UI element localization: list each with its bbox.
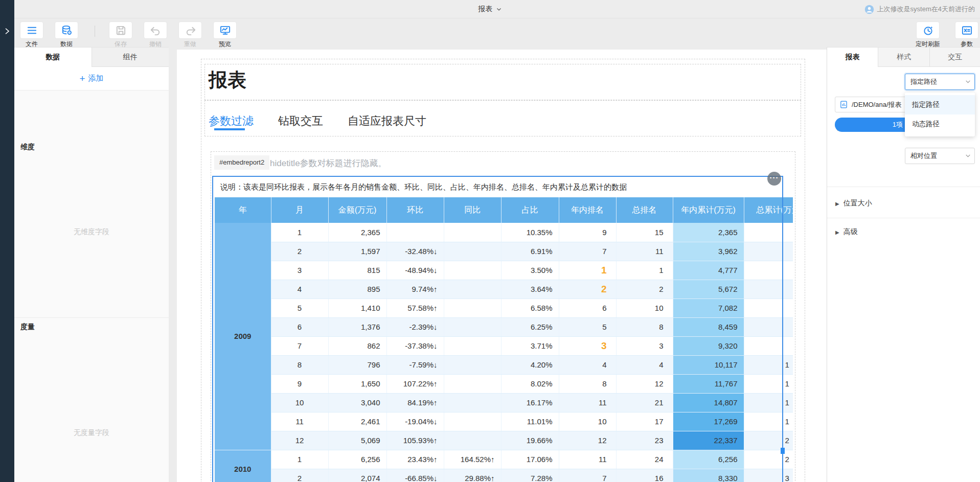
ytd-cell: 4,777: [673, 261, 744, 280]
table-body: 200912,36510.35%9152,36521,597-32.48%↓6.…: [215, 223, 793, 482]
toolbar-button-label: 重做: [177, 40, 203, 49]
mom-cell: 105.93%↑: [386, 431, 444, 450]
undo-button[interactable]: 撤销: [143, 18, 168, 49]
advanced-section-header[interactable]: ▶ 高级: [835, 227, 858, 237]
right-panel-tabs: 报表样式交互: [827, 48, 980, 67]
report-title[interactable]: 报表: [209, 67, 246, 93]
share-cell: 3.50%: [501, 261, 559, 280]
mom-cell: -48.94%↓: [386, 261, 444, 280]
amount-cell: 1,376: [328, 317, 386, 336]
mom-cell: -32.48%↓: [386, 242, 444, 261]
mom-cell: 84.19%↑: [386, 393, 444, 412]
month-cell: 11: [271, 412, 328, 431]
save-button[interactable]: 保存: [108, 18, 133, 49]
menu-item[interactable]: 指定路径: [905, 95, 975, 114]
component-hint: hidetitle参数对标题进行隐藏。: [270, 157, 387, 169]
table-row: 51,41057.58%↑6.58%6107,082: [215, 299, 793, 317]
ytd-cell: 17,269: [673, 412, 744, 431]
parameter-button[interactable]: 参数: [951, 18, 980, 49]
top-bar: 报表 上次修改是system在4天前进行的: [0, 0, 980, 18]
parameter-icon: [961, 25, 973, 36]
document-title[interactable]: 报表: [0, 0, 980, 18]
share-cell: 6.58%: [501, 299, 559, 317]
measure-empty-hint: 无度量字段: [14, 428, 169, 438]
column-header: 年内排名: [559, 197, 616, 223]
year-rank-cell: 7: [559, 469, 616, 482]
yoy-cell: 29.88%↑: [444, 469, 501, 482]
right-panel: 报表样式交互 ▼ 路径 指定路径 /DEMO/ana/报表 1项 指定路径动态路…: [827, 47, 980, 482]
total-cell: [744, 261, 793, 280]
total-cell: 1: [744, 374, 793, 393]
share-cell: 3.64%: [501, 280, 559, 299]
database-button[interactable]: 数据: [54, 18, 79, 49]
table-row: 61,376-2.39%↓6.25%588,459: [215, 317, 793, 336]
panel-tab-tab[interactable]: 交互: [929, 48, 980, 67]
total-cell: 1: [744, 393, 793, 412]
total-rank-cell: 12: [616, 374, 673, 393]
component-more-button[interactable]: ···: [767, 172, 781, 186]
table-row: 200912,36510.35%9152,365: [215, 223, 793, 242]
table-row: 22,074-66.85%↓29.88%↑7.28%7168,3303: [215, 469, 793, 482]
selection-resize-handle[interactable]: [781, 448, 785, 454]
total-cell: 2: [744, 450, 793, 469]
measure-section-title: 度量: [20, 323, 35, 332]
ytd-cell: 22,337: [673, 431, 744, 450]
path-type-value: 指定路径: [910, 77, 937, 86]
panel-tab-tab[interactable]: 样式: [878, 48, 929, 67]
timer-refresh-icon: [922, 25, 934, 36]
total-cell: [744, 280, 793, 299]
menu-icon: [26, 25, 38, 36]
panel-divider: [827, 218, 980, 218]
yoy-cell: [444, 317, 501, 336]
position-type-select[interactable]: 相对位置: [905, 148, 975, 164]
amount-cell: 5,069: [328, 431, 386, 450]
report-tab[interactable]: 钻取交互: [278, 113, 323, 129]
mom-cell: -66.85%↓: [386, 469, 444, 482]
yoy-cell: [444, 393, 501, 412]
ytd-cell: 8,459: [673, 317, 744, 336]
column-header: 年内累计(万元): [673, 197, 744, 223]
share-cell: 19.66%: [501, 431, 559, 450]
add-dataset-button[interactable]: + 添加: [14, 67, 169, 90]
toolbar: 文件 数据 保存 撤销 重做 预览 定时刷新 参数: [14, 18, 980, 47]
year-rank-cell: 11: [559, 450, 616, 469]
menu-item[interactable]: 动态路径: [905, 114, 975, 134]
sidebar-tab-tab[interactable]: 组件: [92, 48, 169, 67]
report-table-wrap[interactable]: 年月金额(万元)环比同比占比年内排名总排名年内累计(万元)总累计(万元) 200…: [215, 197, 793, 482]
report-tab[interactable]: 参数过滤: [209, 113, 254, 129]
column-header: 占比: [501, 197, 559, 223]
month-cell: 10: [271, 393, 328, 412]
chevron-right-icon: [3, 26, 12, 37]
amount-cell: 862: [328, 336, 386, 355]
ytd-cell: 6,256: [673, 450, 744, 469]
component-tag[interactable]: #embedreport2: [214, 155, 269, 170]
timer-refresh-button[interactable]: 定时刷新: [912, 18, 944, 49]
table-row: 3815-48.94%↓3.50%114,777: [215, 261, 793, 280]
collapse-strip[interactable]: [0, 0, 14, 482]
total-rank-cell: 4: [616, 355, 673, 374]
yoy-cell: [444, 299, 501, 317]
position-type-value: 相对位置: [910, 151, 937, 160]
redo-button[interactable]: 重做: [177, 18, 203, 49]
report-file-icon: [839, 100, 848, 109]
panel-tab-active[interactable]: 报表: [827, 48, 878, 67]
total-rank-cell: 11: [616, 242, 673, 261]
path-type-dropdown-menu: 指定路径动态路径: [905, 93, 975, 136]
yoy-cell: [444, 280, 501, 299]
total-cell: 1: [744, 355, 793, 374]
amount-cell: 2,461: [328, 412, 386, 431]
save-icon: [115, 25, 127, 36]
report-tab[interactable]: 自适应报表尺寸: [348, 113, 426, 129]
report-table[interactable]: 年月金额(万元)环比同比占比年内排名总排名年内累计(万元)总累计(万元) 200…: [215, 197, 793, 482]
mom-cell: 9.74%↑: [386, 280, 444, 299]
menu-button[interactable]: 文件: [19, 18, 44, 49]
month-cell: 1: [271, 223, 328, 242]
preview-button[interactable]: 预览: [212, 18, 238, 49]
ytd-cell: 5,672: [673, 280, 744, 299]
path-type-select[interactable]: 指定路径: [905, 74, 975, 90]
month-cell: 5: [271, 299, 328, 317]
sidebar-tab-active[interactable]: 数据: [14, 48, 92, 67]
position-section-header[interactable]: ▶ 位置大小: [835, 199, 872, 208]
table-row: 112,461-19.04%↓11.01%101717,2691: [215, 412, 793, 431]
collapse-arrow-icon: ▶: [835, 201, 839, 206]
